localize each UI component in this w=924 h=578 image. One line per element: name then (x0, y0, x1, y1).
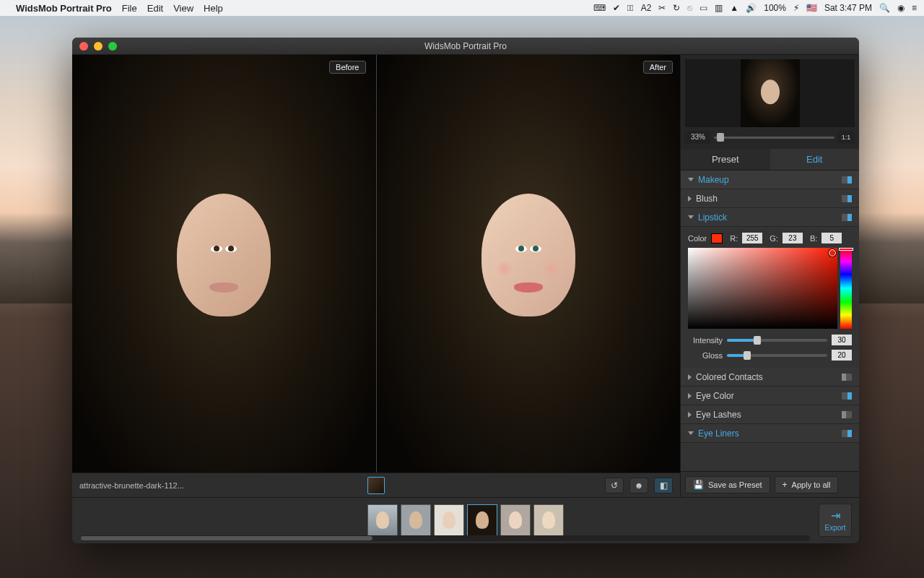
chevron-right-icon (688, 412, 692, 418)
wifi-icon[interactable]: ▲ (730, 3, 738, 13)
section-lipstick-label: Lipstick (698, 212, 842, 223)
menu-edit[interactable]: Edit (147, 3, 163, 14)
section-colored-contacts[interactable]: Colored Contacts (681, 368, 859, 387)
keyboard-icon[interactable]: ⌨︎ (593, 3, 606, 13)
chevron-right-icon (688, 393, 692, 399)
menu-file[interactable]: File (122, 3, 137, 14)
spotlight-icon[interactable]: 🔍 (879, 3, 890, 13)
lipstick-panel: Color R: 255 G: 23 B: 5 Intensity (681, 227, 859, 368)
volume-icon[interactable]: 🔊 (746, 3, 757, 13)
zoom-percent[interactable]: 33% (685, 131, 711, 144)
navigator-image[interactable] (685, 59, 855, 127)
section-eye-color[interactable]: Eye Color (681, 387, 859, 405)
notification-icon[interactable]: ≡ (912, 3, 917, 13)
color-sv-picker[interactable] (688, 248, 837, 329)
color-hue-slider[interactable] (840, 248, 852, 329)
g-value[interactable]: 23 (783, 233, 803, 243)
face-detect-icon[interactable]: ☻ (629, 478, 648, 493)
v-icon[interactable]: ✔︎ (613, 3, 620, 13)
export-icon: ⇥ (831, 509, 840, 522)
plus-icon: + (783, 480, 788, 490)
timemachine-icon[interactable]: ↻ (673, 3, 680, 13)
window-titlebar[interactable]: WidsMob Portrait Pro (72, 38, 859, 55)
section-eye-color-label: Eye Color (696, 391, 842, 401)
section-eye-lashes-label: Eye Lashes (696, 410, 842, 420)
export-button[interactable]: ⇥ Export (819, 504, 852, 537)
section-eye-lashes[interactable]: Eye Lashes (681, 405, 859, 424)
gloss-label: Gloss (688, 351, 723, 360)
bluetooth-icon[interactable]: ⎋ (687, 3, 692, 13)
menubar-app-name[interactable]: WidsMob Portrait Pro (16, 3, 112, 14)
b-value[interactable]: 5 (821, 233, 842, 243)
toggle-colored-contacts[interactable] (842, 374, 852, 381)
reset-icon[interactable]: ↺ (605, 478, 624, 493)
section-eye-liners[interactable]: Eye Liners (681, 424, 859, 443)
chevron-right-icon (688, 196, 692, 202)
before-view: Before (72, 55, 376, 473)
battery-icon[interactable]: ▥ (715, 3, 723, 13)
tab-edit[interactable]: Edit (770, 149, 860, 170)
intensity-value[interactable]: 30 (832, 335, 852, 345)
compare-viewer[interactable]: Before After (72, 55, 680, 473)
b-label: B: (810, 234, 817, 243)
gloss-value[interactable]: 20 (832, 350, 852, 361)
chevron-down-icon (688, 431, 694, 435)
scissors-icon[interactable]: ✂︎ (658, 3, 666, 13)
toggle-eye-liners[interactable] (842, 430, 852, 437)
compare-toggle-icon[interactable]: ◧ (654, 478, 673, 493)
section-eye-liners-label: Eye Liners (698, 428, 842, 439)
intensity-label: Intensity (688, 336, 723, 345)
input-flag[interactable]: 🇺🇸 (806, 3, 817, 13)
window-title: WidsMob Portrait Pro (72, 41, 859, 51)
section-blush-label: Blush (696, 194, 842, 204)
toggle-lipstick[interactable] (842, 214, 852, 221)
toggle-eye-color[interactable] (842, 392, 852, 400)
adobe-icon[interactable]: A 2 (641, 3, 652, 13)
chevron-down-icon (688, 215, 694, 219)
intensity-slider[interactable] (727, 339, 827, 342)
zoom-1to1-button[interactable]: 1:1 (837, 131, 855, 144)
clock[interactable]: Sat 3:47 PM (824, 3, 872, 13)
menu-view[interactable]: View (173, 3, 193, 14)
toggle-eye-lashes[interactable] (842, 411, 852, 418)
filmstrip-thumb[interactable] (533, 504, 564, 538)
siri-icon[interactable]: ◉ (897, 3, 905, 13)
section-blush[interactable]: Blush (681, 189, 859, 208)
filmstrip-thumb[interactable] (434, 504, 464, 538)
after-badge: After (643, 61, 673, 74)
section-colored-contacts-label: Colored Contacts (696, 372, 842, 382)
charging-icon: ⚡︎ (793, 3, 799, 13)
menu-help[interactable]: Help (204, 3, 223, 14)
navigator-panel: 33% 1:1 (681, 55, 859, 149)
toggle-makeup[interactable] (842, 176, 852, 184)
gloss-slider[interactable] (727, 354, 827, 357)
save-icon: 💾 (693, 480, 704, 490)
chevron-down-icon (688, 178, 694, 181)
apply-to-all-button[interactable]: +Apply to all (775, 476, 839, 493)
before-badge: Before (329, 61, 365, 74)
tab-preset[interactable]: Preset (681, 149, 770, 170)
facetime-icon[interactable]: ▢⃞ (627, 3, 634, 13)
filmstrip-scrollbar[interactable] (81, 535, 810, 541)
filmstrip-thumb[interactable] (367, 504, 398, 538)
macos-menubar: WidsMob Portrait Pro File Edit View Help… (0, 0, 924, 16)
airplay-icon[interactable]: ▭ (699, 3, 707, 13)
section-lipstick[interactable]: Lipstick (681, 208, 859, 227)
edit-panel-scroll[interactable]: Makeup Blush Lipstick Color (681, 171, 859, 471)
battery-pct[interactable]: 100% (764, 3, 786, 13)
filmstrip-thumb[interactable] (500, 504, 531, 538)
r-value[interactable]: 255 (742, 233, 762, 243)
toggle-blush[interactable] (842, 195, 852, 202)
filmstrip-thumb[interactable] (401, 504, 431, 538)
section-makeup[interactable]: Makeup (681, 171, 859, 189)
viewer-statusbar: attractive-brunette-dark-112... ↺ ☻ ◧ (72, 473, 680, 497)
filmstrip: ⇥ Export (72, 497, 859, 543)
right-sidebar: 33% 1:1 Preset Edit Makeup Blush (680, 55, 859, 497)
after-view: After (376, 55, 681, 473)
r-label: R: (730, 234, 738, 243)
face-selector-thumb[interactable] (367, 477, 385, 494)
filmstrip-thumb-selected[interactable] (467, 504, 497, 538)
lipstick-color-swatch[interactable] (711, 233, 723, 243)
save-as-preset-button[interactable]: 💾Save as Preset (685, 476, 770, 493)
zoom-slider[interactable] (714, 132, 834, 142)
